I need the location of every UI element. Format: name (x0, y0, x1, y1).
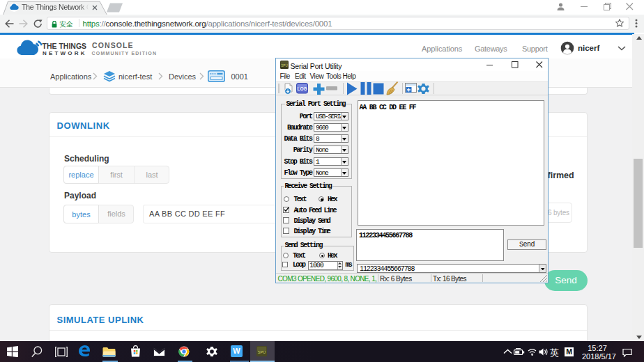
svg-text:SPU: SPU (258, 350, 266, 354)
svg-text:LOG: LOG (297, 86, 307, 90)
svg-text:SPU: SPU (281, 63, 287, 67)
